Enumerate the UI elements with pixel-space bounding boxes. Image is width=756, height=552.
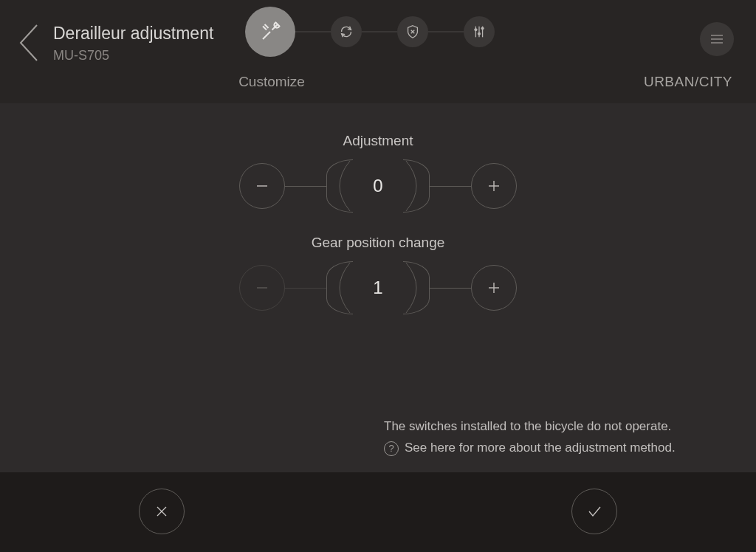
close-icon [153,503,171,520]
info-text-2: See here for more about the adjustment m… [405,438,676,459]
header-titles: Derailleur adjustment MU-S705 [53,24,213,63]
adjustment-label: Adjustment [216,133,540,149]
plus-icon [485,279,503,297]
cancel-button[interactable] [139,489,185,534]
step-indicator [245,16,495,47]
menu-icon [709,33,724,45]
gear-value-display: 1 [326,261,430,314]
step-label-customize: Customize [235,74,309,90]
step-connector [295,31,331,32]
gear-label: Gear position change [216,235,540,251]
connector-line [430,288,471,289]
back-button[interactable] [15,21,44,65]
minus-icon [253,177,271,195]
sync-icon [338,24,354,40]
adjustment-value-display: 0 [326,159,430,213]
gear-value: 1 [373,277,382,298]
adjustment-plus-button[interactable] [471,163,517,209]
plus-icon [485,177,503,195]
step-tune[interactable] [464,16,495,47]
step-sync[interactable] [331,16,362,47]
sliders-icon [471,24,487,40]
adjustment-row: 0 [216,159,540,213]
confirm-button[interactable] [571,489,617,534]
gear-position-control: Gear position change 1 [216,235,540,314]
chevron-left-icon [15,21,44,65]
info-line-1: The switches installed to the bicycle do… [384,416,738,438]
adjustment-value: 0 [373,176,382,196]
header: Derailleur adjustment MU-S705 [0,0,756,103]
check-icon [585,503,603,520]
page-title: Derailleur adjustment [53,24,213,44]
info-block: The switches installed to the bicycle do… [384,416,738,459]
gear-row: 1 [216,261,540,314]
gear-plus-button[interactable] [471,265,517,311]
adjustment-minus-button[interactable] [239,163,285,209]
help-icon: ? [384,441,399,456]
shield-x-icon [405,24,421,40]
step-customize[interactable] [245,7,295,57]
step-protect[interactable] [397,16,428,47]
gear-minus-button[interactable] [239,265,285,311]
minus-icon [253,279,271,297]
step-connector [362,31,397,32]
footer [0,472,756,552]
menu-button[interactable] [700,22,734,56]
connector-line [285,186,326,187]
page-subtitle: MU-S705 [53,48,213,63]
info-text-1: The switches installed to the bicycle do… [384,416,671,438]
adjustment-control: Adjustment 0 [216,133,540,213]
svg-point-3 [475,29,477,31]
connector-line [430,186,471,187]
step-connector [428,31,464,32]
help-link[interactable]: ? See here for more about the adjustment… [384,438,738,459]
mode-label: URBAN/CITY [644,74,732,90]
svg-point-4 [478,32,480,35]
main-area: Adjustment 0 Gear position change [0,103,756,472]
tools-icon [259,21,281,43]
connector-line [285,288,326,289]
svg-point-5 [481,27,484,30]
